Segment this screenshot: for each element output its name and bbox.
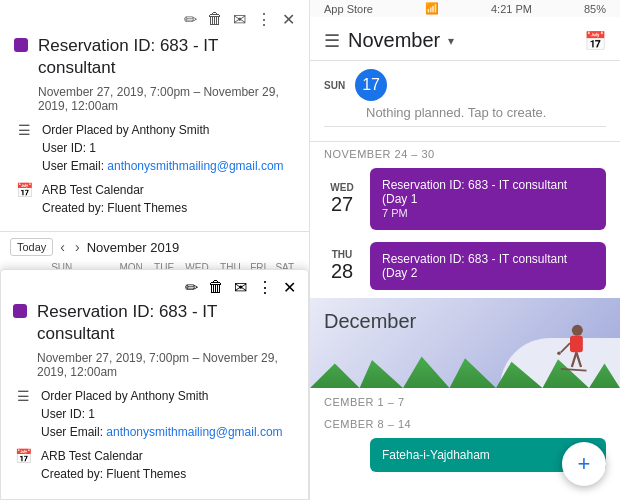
top-toolbar: ✏ 🗑 ✉ ⋮ ✕ bbox=[14, 10, 295, 29]
bottom-user-email-prefix: User Email: bbox=[41, 425, 106, 439]
event-detail-bottom-popup: ✏ 🗑 ✉ ⋮ ✕ Reservation ID: 683 - IT consu… bbox=[0, 269, 309, 500]
calendar-detail-icon: 📅 bbox=[16, 182, 32, 198]
event-pill-wed27[interactable]: Reservation ID: 683 - IT consultant (Day… bbox=[370, 168, 606, 230]
svg-line-2 bbox=[572, 352, 577, 367]
december-section: December bbox=[310, 298, 620, 388]
svg-point-0 bbox=[572, 325, 583, 336]
svg-line-5 bbox=[561, 343, 570, 352]
event-row-thu28: THU 28 Reservation ID: 683 - IT consulta… bbox=[310, 238, 620, 294]
week-label-1: NOVEMBER 24 – 30 bbox=[310, 142, 620, 164]
right-header: ☰ November ▾ 📅 bbox=[310, 17, 620, 61]
fab-button[interactable]: + bbox=[562, 442, 606, 486]
mail-icon[interactable]: ✉ bbox=[233, 10, 246, 29]
bottom-organizer-info: Order Placed by Anthony Smith User ID: 1… bbox=[41, 387, 283, 441]
mail-icon-bottom[interactable]: ✉ bbox=[234, 278, 247, 297]
event-pill-wed27-time: 7 PM bbox=[382, 207, 408, 219]
bottom-user-email-link[interactable]: anthonysmithmailing@gmail.com bbox=[106, 425, 282, 439]
edit-icon-bottom[interactable]: ✏ bbox=[185, 278, 198, 297]
calendar-row: 📅 ARB Test Calendar Created by: Fluent T… bbox=[14, 181, 295, 217]
more-icon-bottom[interactable]: ⋮ bbox=[257, 278, 273, 297]
calendar-name: ARB Test Calendar bbox=[42, 183, 144, 197]
cal-nav: Today ‹ › November 2019 bbox=[10, 238, 299, 256]
calendar-created: Created by: Fluent Themes bbox=[42, 201, 187, 215]
skier-illustration bbox=[550, 323, 590, 378]
december-label: December bbox=[324, 310, 416, 333]
week-label-2: CEMBER 1 – 7 bbox=[310, 390, 620, 412]
bottom-event-date: November 27, 2019, 7:00pm – November 29,… bbox=[37, 351, 296, 379]
day-name-sun: SUN bbox=[324, 80, 345, 91]
teal-event-label: Fateha-i-Yajdhaham bbox=[382, 448, 490, 462]
bottom-calendar-created: Created by: Fluent Themes bbox=[41, 467, 186, 481]
bottom-toolbar: ✏ 🗑 ✉ ⋮ ✕ bbox=[13, 278, 296, 297]
svg-line-4 bbox=[561, 369, 587, 371]
hamburger-icon[interactable]: ☰ bbox=[324, 30, 340, 52]
divider bbox=[324, 126, 606, 127]
bottom-calendar-info: ARB Test Calendar Created by: Fluent The… bbox=[41, 447, 186, 483]
event-row-wed27: WED 27 Reservation ID: 683 - IT consulta… bbox=[310, 164, 620, 234]
day-number-circle[interactable]: 17 bbox=[355, 69, 387, 101]
svg-line-3 bbox=[576, 352, 581, 367]
carrier-label: App Store bbox=[324, 3, 373, 15]
time-label: 4:21 PM bbox=[491, 3, 532, 15]
bottom-organizer-row: ☰ Order Placed by Anthony Smith User ID:… bbox=[13, 387, 296, 441]
more-icon[interactable]: ⋮ bbox=[256, 10, 272, 29]
user-email-prefix: User Email: bbox=[42, 159, 107, 173]
event-pill-wed27-text: Reservation ID: 683 - IT consultant (Day… bbox=[382, 178, 567, 206]
user-id: User ID: 1 bbox=[42, 141, 96, 155]
left-panel: ✏ 🗑 ✉ ⋮ ✕ Reservation ID: 683 - IT consu… bbox=[0, 0, 310, 500]
header-calendar-icon[interactable]: 📅 bbox=[584, 30, 606, 52]
bottom-organizer-label: Order Placed by Anthony Smith bbox=[41, 389, 208, 403]
day-header-row: SUN 17 bbox=[324, 69, 606, 101]
user-email-link[interactable]: anthonysmithmailing@gmail.com bbox=[107, 159, 283, 173]
bottom-user-id: User ID: 1 bbox=[41, 407, 95, 421]
nothing-planned-text: Nothing planned. Tap to create. bbox=[366, 105, 606, 120]
bottom-menu-icon: ☰ bbox=[15, 388, 31, 404]
bottom-calendar-row: 📅 ARB Test Calendar Created by: Fluent T… bbox=[13, 447, 296, 483]
organizer-row: ☰ Order Placed by Anthony Smith User ID:… bbox=[14, 121, 295, 175]
wed-num: 27 bbox=[324, 193, 360, 216]
event-pill-thu28[interactable]: Reservation ID: 683 - IT consultant (Day… bbox=[370, 242, 606, 290]
menu-icon: ☰ bbox=[16, 122, 32, 138]
bottom-calendar-name: ARB Test Calendar bbox=[41, 449, 143, 463]
bottom-event-title-row: Reservation ID: 683 - IT consultant bbox=[13, 301, 296, 345]
close-icon[interactable]: ✕ bbox=[282, 10, 295, 29]
wed-label: WED bbox=[324, 182, 360, 193]
right-content: SUN 17 Nothing planned. Tap to create. N… bbox=[310, 61, 620, 500]
edit-icon[interactable]: ✏ bbox=[184, 10, 197, 29]
wed27-day-col: WED 27 bbox=[324, 182, 360, 216]
bottom-cal-icon: 📅 bbox=[15, 448, 31, 464]
sunday-section: SUN 17 Nothing planned. Tap to create. bbox=[310, 61, 620, 142]
next-month-button[interactable]: › bbox=[72, 239, 83, 255]
bottom-event-color-dot bbox=[13, 304, 27, 318]
signal-wifi: 📶 bbox=[425, 2, 439, 15]
today-button[interactable]: Today bbox=[10, 238, 53, 256]
event-title-row: Reservation ID: 683 - IT consultant bbox=[14, 35, 295, 79]
thu-label: THU bbox=[324, 249, 360, 260]
right-panel: App Store 📶 4:21 PM 85% ☰ November ▾ 📅 S… bbox=[310, 0, 620, 500]
organizer-info: Order Placed by Anthony Smith User ID: 1… bbox=[42, 121, 284, 175]
organizer-label: Order Placed by Anthony Smith bbox=[42, 123, 209, 137]
trash-icon-bottom[interactable]: 🗑 bbox=[208, 278, 224, 297]
mini-cal-month-label: November 2019 bbox=[87, 240, 180, 255]
bottom-event-title: Reservation ID: 683 - IT consultant bbox=[37, 301, 296, 345]
svg-rect-1 bbox=[570, 336, 583, 353]
trash-icon[interactable]: 🗑 bbox=[207, 10, 223, 29]
status-bar: App Store 📶 4:21 PM 85% bbox=[310, 0, 620, 17]
close-icon-bottom[interactable]: ✕ bbox=[283, 278, 296, 297]
month-title: November bbox=[348, 29, 440, 52]
battery-label: 85% bbox=[584, 3, 606, 15]
thu28-day-col: THU 28 bbox=[324, 249, 360, 283]
calendar-info: ARB Test Calendar Created by: Fluent The… bbox=[42, 181, 187, 217]
dropdown-arrow-icon[interactable]: ▾ bbox=[448, 34, 454, 48]
event-date: November 27, 2019, 7:00pm – November 29,… bbox=[38, 85, 295, 113]
thu-num: 28 bbox=[324, 260, 360, 283]
header-left: ☰ November ▾ bbox=[324, 29, 454, 52]
prev-month-button[interactable]: ‹ bbox=[57, 239, 68, 255]
event-color-dot bbox=[14, 38, 28, 52]
sun-label: SUN bbox=[324, 80, 345, 91]
event-pill-thu28-text: Reservation ID: 683 - IT consultant (Day… bbox=[382, 252, 567, 280]
event-detail-top: ✏ 🗑 ✉ ⋮ ✕ Reservation ID: 683 - IT consu… bbox=[0, 0, 309, 232]
svg-point-6 bbox=[557, 351, 561, 355]
event-title: Reservation ID: 683 - IT consultant bbox=[38, 35, 295, 79]
week-label-3: CEMBER 8 – 14 bbox=[310, 412, 620, 434]
